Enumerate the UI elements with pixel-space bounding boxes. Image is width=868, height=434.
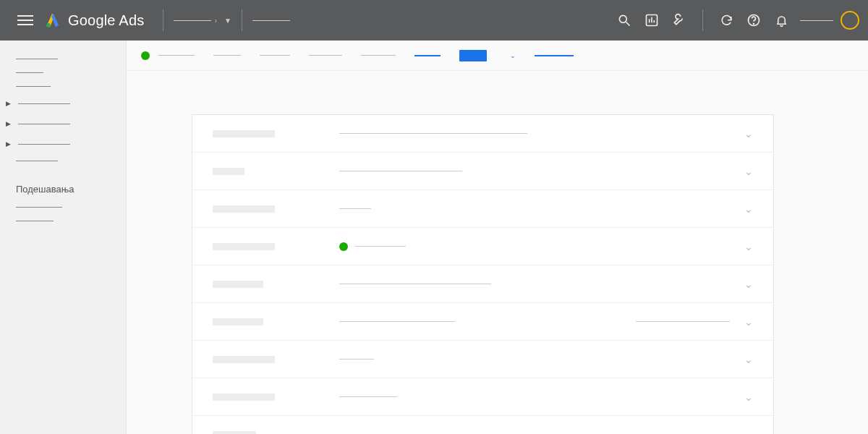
placeholder-line [213,55,241,56]
tab-item[interactable] [361,41,396,70]
settings-row-label [213,315,339,328]
hamburger-menu-icon[interactable] [17,12,33,28]
help-icon[interactable] [746,13,761,27]
placeholder-line [158,55,195,56]
settings-row-value [339,208,744,209]
settings-row[interactable]: ⌄ [192,153,773,190]
tab-item[interactable] [414,41,441,70]
product-logo[interactable]: Google Ads [45,12,144,29]
sidebar-sub-item[interactable] [16,214,119,228]
account-menu[interactable] [800,11,859,30]
settings-row-value [339,396,744,397]
tab-item[interactable] [213,41,241,70]
settings-row-label [213,165,339,178]
body: ▶▶▶ Подешавања ⌄ ⌄⌄⌄⌄⌄⌄⌄⌄⌄ [0,41,868,434]
placeholder-line [414,55,441,56]
chevron-down-icon: ⌄ [744,354,753,365]
settings-row-value [339,321,636,322]
chevron-down-icon: ⌄ [744,391,753,403]
chevron-down-icon: ⌄ [744,203,753,215]
separator [702,9,703,31]
tab-item[interactable] [260,41,290,70]
chevron-down-icon: ⌄ [744,429,753,434]
tab-active-pill[interactable] [459,50,487,61]
header-icon-group [617,9,788,31]
settings-row-label [213,278,339,291]
tab-item[interactable] [309,41,342,70]
chevron-down-icon: ⌄ [744,128,753,140]
account-switcher[interactable]: › ▼ [174,16,231,25]
svg-point-0 [46,23,51,27]
product-name: Google Ads [68,12,144,29]
sidebar-item[interactable] [16,66,119,80]
placeholder-line [16,207,62,208]
settings-row[interactable]: ⌄ [192,265,773,303]
placeholder-line [339,396,397,397]
sidebar-sub-item[interactable] [16,200,119,214]
tab-item[interactable] [158,41,195,70]
placeholder-bar [213,281,263,288]
separator [163,9,163,31]
settings-row-value [339,171,744,171]
triangle-right-icon: ▶ [6,100,11,107]
settings-row-label [213,240,339,253]
placeholder-line [18,144,70,145]
placeholder-bar [213,243,275,250]
settings-row[interactable]: ⌄ [192,341,773,378]
app-header: Google Ads › ▼ [0,0,868,41]
tab-dropdown[interactable]: ⌄ [506,41,516,70]
settings-row[interactable]: ⌄ [192,378,773,416]
settings-row-label [213,428,339,434]
settings-row[interactable]: ⌄ [192,416,773,434]
sidebar-item[interactable]: ▶ [16,114,119,134]
chevron-down-icon: ⌄ [744,278,753,290]
settings-row-label [213,353,339,366]
placeholder-bar [213,205,275,213]
separator [242,9,242,31]
placeholder-line [309,55,342,56]
settings-row-value [339,359,744,359]
search-icon[interactable] [617,13,631,27]
placeholder-line [16,72,43,73]
tabs-row: ⌄ [127,41,868,71]
placeholder-line [174,20,211,21]
placeholder-bar [213,318,263,326]
settings-row-value [339,284,744,284]
triangle-down-icon: ▼ [224,17,231,25]
settings-row[interactable]: ⌄ [192,190,773,228]
svg-line-2 [626,22,630,26]
sidebar-item[interactable]: ▶ [16,93,119,114]
settings-row[interactable]: ⌄ [192,228,773,265]
chevron-down-icon: ⌄ [744,166,753,177]
sidebar-item[interactable] [16,80,119,93]
settings-panel: ⌄⌄⌄⌄⌄⌄⌄⌄⌄ [192,114,774,434]
google-ads-logo-icon [45,12,61,28]
sidebar-item[interactable] [16,52,119,66]
main-content: ⌄ ⌄⌄⌄⌄⌄⌄⌄⌄⌄ [127,41,868,434]
triangle-right-icon: ▶ [6,120,11,127]
refresh-icon[interactable] [719,13,733,27]
placeholder-line [16,86,51,87]
placeholder-line [252,20,290,21]
sidebar-item[interactable]: ▶ [16,134,119,154]
tools-icon[interactable] [672,13,686,27]
avatar[interactable] [841,11,859,30]
placeholder-bar [213,393,275,401]
notifications-icon[interactable] [774,13,788,27]
tab-more-link[interactable] [535,41,574,70]
placeholder-line [339,208,371,209]
triangle-right-icon: ▶ [6,140,11,148]
settings-row[interactable]: ⌄ [192,303,773,341]
sidebar-item[interactable] [16,154,119,168]
placeholder-bar [213,356,275,363]
reports-icon[interactable] [644,13,659,27]
placeholder-bar [213,431,256,434]
chevron-right-icon: › [214,16,217,25]
breadcrumb[interactable] [252,20,290,21]
placeholder-bar [213,130,275,137]
chevron-down-icon: ⌄ [510,52,516,59]
placeholder-line [339,171,462,171]
chevron-down-icon: ⌄ [744,241,753,252]
settings-row[interactable]: ⌄ [192,115,773,153]
placeholder-line [636,321,730,322]
